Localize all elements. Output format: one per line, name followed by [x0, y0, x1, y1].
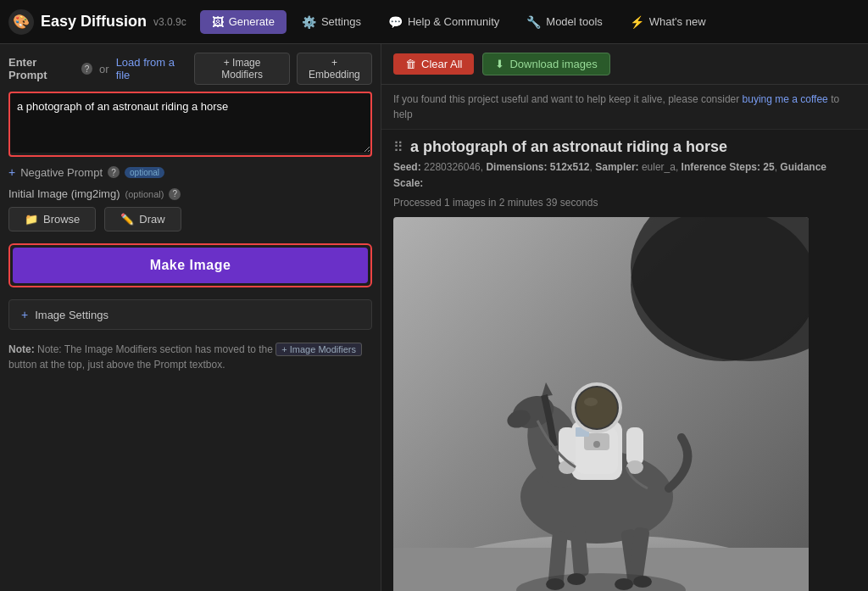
image-result-area: ⠿ a photograph of an astronaut riding a … [381, 130, 868, 591]
result-timing: Processed 1 images in 2 minutes 39 secon… [393, 197, 856, 209]
init-image-label: Initial Image (img2img) [8, 187, 120, 200]
browse-icon: 📁 [25, 213, 38, 226]
note-modifiers-btn: + Image Modifiers [275, 343, 362, 356]
result-header: ⠿ a photograph of an astronaut riding a … [393, 138, 856, 156]
image-settings-label: Image Settings [35, 309, 108, 321]
draw-label: Draw [139, 213, 164, 226]
note-text-2: button at the top, just above the Prompt… [8, 359, 225, 371]
download-images-btn[interactable]: ⬇ Download images [482, 53, 609, 75]
logo-area: 🎨 Easy Diffusion v3.0.9c [8, 9, 186, 35]
generate-icon: 🖼 [212, 15, 224, 29]
neg-prompt-row: + Negative Prompt ? optional [8, 165, 372, 179]
header: 🎨 Easy Diffusion v3.0.9c 🖼 Generate ⚙️ S… [0, 0, 868, 44]
note-text-1: Note: The Image Modifiers section has mo… [37, 343, 273, 355]
browse-label: Browse [43, 213, 80, 226]
neg-prompt-label: Negative Prompt [20, 166, 103, 179]
main-layout: Enter Prompt ? or Load from a file + Ima… [0, 44, 868, 591]
neg-prompt-plus: + [8, 165, 15, 179]
clear-all-btn[interactable]: 🗑 Clear All [393, 53, 474, 75]
astronaut-horse-svg [393, 217, 809, 591]
prompt-help-icon[interactable]: ? [81, 63, 92, 75]
model-tools-icon: 🔧 [526, 15, 541, 29]
logo-icon: 🎨 [8, 9, 34, 35]
inference-value: 25 [763, 161, 774, 173]
nav-generate-label: Generate [229, 15, 275, 28]
trash-icon: 🗑 [405, 58, 416, 70]
app-version: v3.0.9c [153, 16, 186, 28]
settings-icon: ⚙️ [302, 15, 316, 29]
inference-label: Inference Steps: [682, 161, 760, 173]
img-action-row: 📁 Browse ✏️ Draw [8, 207, 372, 231]
nav-whats-new-label: What's new [649, 15, 706, 28]
prompt-wrapper [8, 92, 372, 157]
prompt-input[interactable] [10, 93, 370, 153]
init-image-label-row: Initial Image (img2img) (optional) ? [8, 187, 372, 200]
nav-help-community[interactable]: 💬 Help & Community [376, 10, 511, 34]
neg-prompt-help-icon[interactable]: ? [108, 166, 120, 178]
left-panel: Enter Prompt ? or Load from a file + Ima… [0, 44, 381, 591]
nav-model-tools-label: Model tools [546, 15, 602, 28]
sampler-value: euler_a [642, 161, 676, 173]
generated-image[interactable] [393, 217, 809, 591]
nav-help-label: Help & Community [408, 15, 499, 28]
app-name: Easy Diffusion [41, 13, 147, 31]
logo-emoji: 🎨 [13, 14, 30, 30]
note-section: Note: Note: The Image Modifiers section … [8, 342, 372, 372]
note-label: Note: [8, 343, 35, 355]
draw-icon: ✏️ [120, 213, 134, 226]
embedding-btn[interactable]: + Embedding [297, 53, 372, 85]
init-image-optional: (optional) [125, 189, 164, 199]
nav-settings-label: Settings [321, 15, 361, 28]
svg-point-26 [576, 387, 617, 428]
nav-model-tools[interactable]: 🔧 Model tools [515, 10, 614, 34]
draw-btn[interactable]: ✏️ Draw [104, 207, 181, 231]
seed-value: 2280326046 [424, 161, 481, 173]
svg-point-21 [593, 441, 600, 448]
init-image-help-icon[interactable]: ? [169, 188, 181, 200]
dimensions-label: Dimensions: [486, 161, 547, 173]
grid-icon: ⠿ [393, 139, 403, 155]
svg-rect-28 [626, 427, 643, 466]
prompt-label: Enter Prompt [8, 56, 75, 81]
image-modifiers-btn[interactable]: + Image Modifiers [194, 53, 289, 85]
result-title: a photograph of an astronaut riding a ho… [410, 138, 727, 156]
coffee-link[interactable]: buying me a coffee [743, 93, 828, 105]
image-settings-row[interactable]: + Image Settings [8, 299, 372, 330]
clear-all-label: Clear All [421, 58, 462, 70]
result-meta: Seed: 2280326046, Dimensions: 512x512, S… [393, 159, 856, 192]
right-panel: 🗑 Clear All ⬇ Download images If you fou… [381, 44, 868, 591]
prompt-or-text: or [99, 63, 109, 75]
settings-plus-icon: + [21, 308, 28, 321]
neg-prompt-badge: optional [125, 167, 164, 178]
nav-whats-new[interactable]: ⚡ What's new [618, 10, 718, 34]
info-text: If you found this project useful and wan… [393, 93, 739, 105]
download-icon: ⬇ [495, 58, 504, 70]
make-image-btn[interactable]: Make Image [13, 248, 368, 283]
download-images-label: Download images [509, 58, 597, 70]
nav-settings[interactable]: ⚙️ Settings [290, 10, 373, 34]
help-icon: 💬 [388, 15, 403, 29]
load-from-file-link[interactable]: Load from a file [116, 56, 188, 81]
whats-new-icon: ⚡ [630, 15, 644, 29]
browse-btn[interactable]: 📁 Browse [8, 207, 96, 231]
sampler-label: Sampler: [595, 161, 638, 173]
prompt-toolbar: Enter Prompt ? or Load from a file + Ima… [8, 53, 372, 85]
make-image-wrapper: Make Image [8, 243, 372, 287]
dimensions-value: 512x512 [550, 161, 590, 173]
info-bar: If you found this project useful and wan… [381, 85, 868, 130]
seed-label: Seed: [393, 161, 421, 173]
right-toolbar: 🗑 Clear All ⬇ Download images [381, 44, 868, 85]
nav-generate[interactable]: 🖼 Generate [200, 10, 287, 34]
